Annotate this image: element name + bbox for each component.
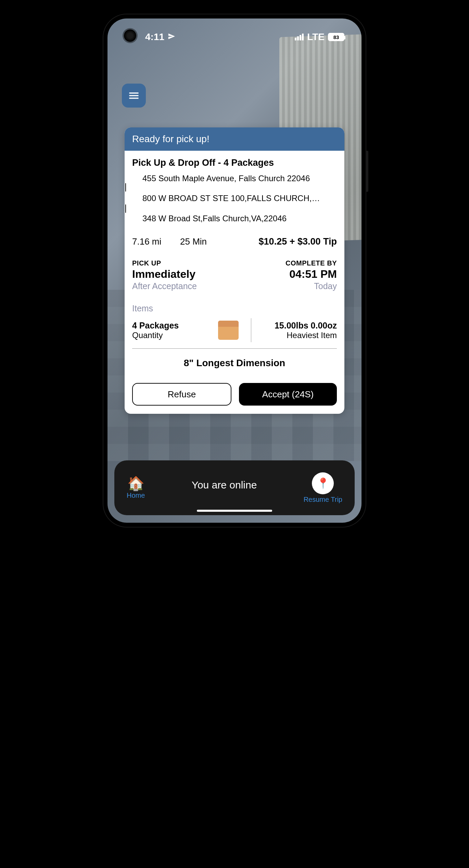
heaviest-label: Heaviest Item	[257, 331, 337, 340]
menu-button[interactable]	[122, 84, 146, 108]
status-time: 4:11	[145, 32, 164, 42]
svg-rect-2	[129, 98, 139, 99]
quantity-label: Quantity	[132, 331, 212, 340]
pickup-value: Immediately	[132, 268, 197, 281]
packages-count: 4 Packages	[132, 321, 212, 331]
accept-button[interactable]: Accept (24S)	[239, 383, 337, 406]
resume-trip-icon: 📍	[312, 472, 334, 494]
items-label: Items	[132, 303, 337, 313]
home-icon: 🏠	[127, 476, 144, 490]
phone-frame: 4:11 LTE 83	[103, 14, 366, 528]
pickup-label: PICK UP	[132, 259, 197, 267]
trip-duration: 25 Min	[180, 236, 235, 247]
order-card: Ready for pick up! Pick Up & Drop Off - …	[125, 127, 344, 414]
action-buttons: Refuse Accept (24S)	[132, 383, 337, 406]
camera-cutout	[124, 29, 136, 42]
status-left: 4:11	[145, 32, 175, 42]
refuse-button[interactable]: Refuse	[132, 383, 231, 406]
trip-distance: 7.16 mi	[132, 236, 180, 247]
longest-dimension: 8" Longest Dimension	[132, 358, 337, 369]
location-icon	[168, 32, 175, 42]
items-quantity: 4 Packages Quantity	[132, 321, 212, 340]
phone-side-button	[366, 151, 368, 192]
hamburger-icon	[128, 89, 140, 102]
complete-block: COMPLETE BY 04:51 PM Today	[286, 259, 337, 291]
pickup-block: PICK UP Immediately After Acceptance	[132, 259, 197, 291]
trip-stats: 7.16 mi 25 Min $10.25 + $3.00 Tip	[132, 236, 337, 247]
address-list: 455 South Maple Avenue, Falls Church 220…	[132, 173, 337, 224]
bottom-bar: 🏠 Home You are online 📍 Resume Trip	[114, 460, 355, 515]
resume-trip-label: Resume Trip	[304, 496, 342, 504]
address-drop: 800 W BROAD ST STE 100,FALLS CHURCH,…	[142, 193, 337, 204]
online-status: You are online	[192, 479, 257, 491]
home-indicator	[197, 510, 272, 512]
vertical-divider	[251, 318, 251, 342]
address-text: 455 South Maple Avenue, Falls Church 220…	[142, 174, 310, 183]
route-line	[125, 183, 126, 191]
complete-value: 04:51 PM	[286, 268, 337, 281]
address-text: 800 W BROAD ST STE 100,FALLS CHURCH,…	[142, 194, 320, 203]
complete-label: COMPLETE BY	[286, 259, 337, 267]
time-constraints: PICK UP Immediately After Acceptance COM…	[132, 259, 337, 291]
items-row: 4 Packages Quantity 15.00lbs 0.00oz Heav…	[132, 318, 337, 349]
pickup-sub: After Acceptance	[132, 281, 197, 291]
signal-icon	[295, 34, 304, 40]
trip-price: $10.25 + $3.00 Tip	[235, 236, 337, 247]
status-right: LTE 83	[295, 32, 344, 42]
battery-icon: 83	[328, 33, 344, 41]
home-label: Home	[127, 492, 145, 499]
complete-sub: Today	[286, 281, 337, 291]
screen: 4:11 LTE 83	[107, 18, 362, 523]
address-drop: 348 W Broad St,Falls Church,VA,22046	[142, 213, 337, 224]
battery-level: 83	[333, 34, 339, 40]
package-icon	[218, 321, 239, 340]
address-pickup: 455 South Maple Avenue, Falls Church 220…	[142, 173, 337, 184]
address-text: 348 W Broad St,Falls Church,VA,22046	[142, 214, 287, 223]
svg-rect-1	[129, 95, 139, 96]
route-line	[125, 204, 126, 213]
weight-value: 15.00lbs 0.00oz	[257, 321, 337, 331]
network-label: LTE	[307, 32, 325, 42]
svg-rect-0	[129, 92, 139, 94]
card-title: Pick Up & Drop Off - 4 Packages	[132, 158, 337, 168]
items-weight: 15.00lbs 0.00oz Heaviest Item	[257, 321, 337, 340]
card-header: Ready for pick up!	[125, 127, 344, 151]
status-bar: 4:11 LTE 83	[107, 27, 362, 47]
home-tab[interactable]: 🏠 Home	[127, 476, 145, 499]
resume-trip-tab[interactable]: 📍 Resume Trip	[304, 472, 342, 504]
